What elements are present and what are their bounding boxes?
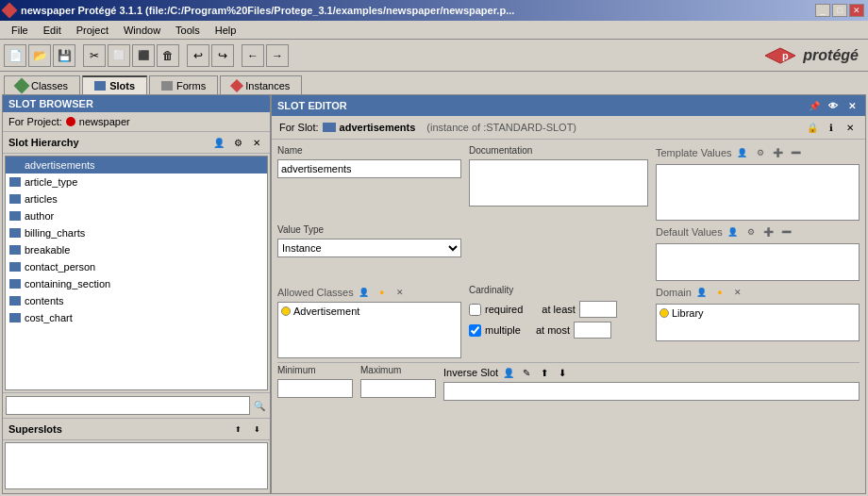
name-label: Name — [277, 145, 461, 156]
default-add-icon[interactable]: 👤 — [726, 224, 741, 240]
inverse-slot-section: Inverse Slot 👤 ✎ ⬆ ⬇ — [443, 365, 860, 401]
slot-label-advertisements: advertisements — [25, 159, 95, 171]
delete-button[interactable]: 🗑 — [157, 44, 179, 67]
template-edit-icon[interactable]: ⚙ — [753, 145, 768, 160]
slot-item-contents[interactable]: contents — [6, 292, 267, 309]
tab-instances[interactable]: Instances — [220, 75, 302, 94]
slot-info-icon[interactable]: ℹ — [824, 120, 839, 135]
maximize-button[interactable]: □ — [832, 4, 847, 17]
forward-button[interactable]: → — [266, 44, 289, 67]
default-add2-icon[interactable]: ➕ — [761, 224, 776, 240]
menu-edit[interactable]: Edit — [36, 23, 69, 38]
slot-close-icon[interactable]: ✕ — [843, 120, 858, 135]
at-most-input[interactable] — [574, 322, 611, 339]
template-add2-icon[interactable]: ➕ — [771, 145, 786, 160]
slot-browser-panel: SLOT BROWSER For Project: newspaper Slot… — [3, 95, 272, 493]
slot-item-author[interactable]: author — [6, 207, 267, 224]
menu-tools[interactable]: Tools — [168, 23, 208, 38]
main-area: SLOT BROWSER For Project: newspaper Slot… — [2, 94, 866, 494]
at-least-input[interactable] — [579, 301, 617, 318]
name-input[interactable] — [277, 159, 461, 178]
open-button[interactable]: 📂 — [28, 44, 51, 67]
ac-remove-icon[interactable]: ✕ — [392, 285, 408, 300]
add-superslot-icon[interactable]: ⬆ — [230, 422, 245, 437]
domain-dot-icon[interactable]: ● — [712, 285, 727, 300]
slot-list[interactable]: advertisements article_type articles aut… — [5, 156, 268, 390]
tab-classes[interactable]: Classes — [4, 75, 80, 94]
slot-item-containing_section[interactable]: containing_section — [6, 275, 267, 292]
menu-project[interactable]: Project — [69, 23, 116, 38]
minimum-label: Minimum — [277, 365, 353, 375]
value-type-select[interactable]: Instance String Integer Float Boolean Sy… — [277, 239, 461, 257]
close-hierarchy-icon[interactable]: ✕ — [249, 135, 264, 150]
inverse-slot-header: Inverse Slot 👤 ✎ ⬆ ⬇ — [443, 365, 860, 380]
cut-button[interactable]: ✂ — [83, 44, 106, 67]
menu-file[interactable]: File — [4, 23, 36, 38]
svg-marker-0 — [765, 48, 795, 63]
at-most-label: at most — [536, 324, 570, 336]
inverse-slot-down-icon[interactable]: ⬇ — [555, 365, 570, 380]
inverse-slot-add-icon[interactable]: 👤 — [501, 365, 516, 380]
undo-button[interactable]: ↩ — [187, 44, 209, 67]
slot-editor-title: SLOT EDITOR — [277, 100, 347, 111]
allowed-classes-header: Allowed Classes 👤 ● ✕ — [277, 285, 461, 300]
remove-superslot-icon[interactable]: ⬇ — [249, 422, 264, 437]
slot-item-advertisements[interactable]: advertisements — [6, 157, 267, 174]
bottom-controls: 🔍 — [3, 392, 270, 418]
superslots-header: Superslots ⬆ ⬇ — [3, 419, 270, 440]
slot-item-contact_person[interactable]: contact_person — [6, 258, 267, 275]
default-remove-icon[interactable]: ➖ — [779, 224, 794, 240]
inverse-slot-edit-icon[interactable]: ✎ — [519, 365, 534, 380]
menu-help[interactable]: Help — [208, 23, 244, 38]
eye-icon[interactable]: 👁 — [826, 98, 841, 113]
maximum-input[interactable] — [360, 379, 436, 398]
domain-add-icon[interactable]: 👤 — [694, 285, 709, 300]
template-remove-icon[interactable]: ➖ — [789, 145, 804, 160]
slot-item-billing_charts[interactable]: billing_charts — [6, 224, 267, 241]
new-button[interactable]: 📄 — [4, 44, 26, 67]
paste-button[interactable]: ⬛ — [132, 44, 155, 67]
titlebar-left: newspaper Protégé 3.1.1 (file:/C:/Progra… — [4, 5, 514, 16]
superslots-section: Superslots ⬆ ⬇ — [3, 418, 270, 493]
slot-label-contents: contents — [25, 295, 64, 306]
add-slot-icon[interactable]: ⚙ — [230, 135, 245, 150]
slot-item-cost_chart[interactable]: cost_chart — [6, 309, 267, 326]
required-row: required at least — [469, 301, 648, 318]
slot-lock-icon[interactable]: 🔒 — [805, 120, 820, 135]
template-add-icon[interactable]: 👤 — [735, 145, 750, 160]
slot-item-article_type[interactable]: article_type — [6, 174, 267, 190]
copy-button[interactable]: ⬜ — [108, 44, 130, 67]
back-button[interactable]: ← — [242, 44, 264, 67]
save-button[interactable]: 💾 — [53, 44, 75, 67]
close-editor-icon[interactable]: ✕ — [844, 98, 860, 113]
pin-icon[interactable]: 📌 — [807, 98, 822, 113]
minimize-button[interactable]: _ — [815, 4, 830, 17]
documentation-textarea[interactable] — [469, 159, 648, 207]
required-checkbox[interactable] — [469, 304, 481, 316]
ac-dot-icon[interactable]: ● — [375, 285, 390, 300]
tab-slots[interactable]: Slots — [82, 75, 147, 94]
logo-graphic: p — [761, 44, 799, 67]
slot-item-breakable[interactable]: breakable — [6, 241, 267, 258]
default-edit-icon[interactable]: ⚙ — [743, 224, 759, 240]
menu-window[interactable]: Window — [116, 23, 168, 38]
add-user-icon[interactable]: 👤 — [211, 135, 226, 150]
tab-classes-label: Classes — [31, 80, 68, 91]
domain-remove-icon[interactable]: ✕ — [730, 285, 745, 300]
redo-button[interactable]: ↪ — [211, 44, 234, 67]
tab-forms[interactable]: Forms — [149, 75, 218, 94]
minimum-input[interactable] — [277, 379, 353, 398]
close-button[interactable]: ✕ — [849, 4, 864, 17]
allowed-class-item[interactable]: Advertisement — [281, 306, 458, 317]
multiple-checkbox[interactable] — [469, 324, 481, 337]
at-least-label: at least — [542, 304, 575, 315]
slot-icon-breakable — [9, 245, 21, 255]
for-slot-label: For Slot: — [279, 122, 319, 133]
ac-add-icon[interactable]: 👤 — [357, 285, 372, 300]
search-icon[interactable]: 🔍 — [252, 398, 267, 413]
inverse-slot-up-icon[interactable]: ⬆ — [537, 365, 552, 380]
search-input[interactable] — [6, 396, 250, 415]
domain-item[interactable]: Library — [659, 307, 856, 319]
slot-item-articles[interactable]: articles — [6, 190, 267, 207]
inverse-slot-input[interactable] — [443, 382, 860, 401]
